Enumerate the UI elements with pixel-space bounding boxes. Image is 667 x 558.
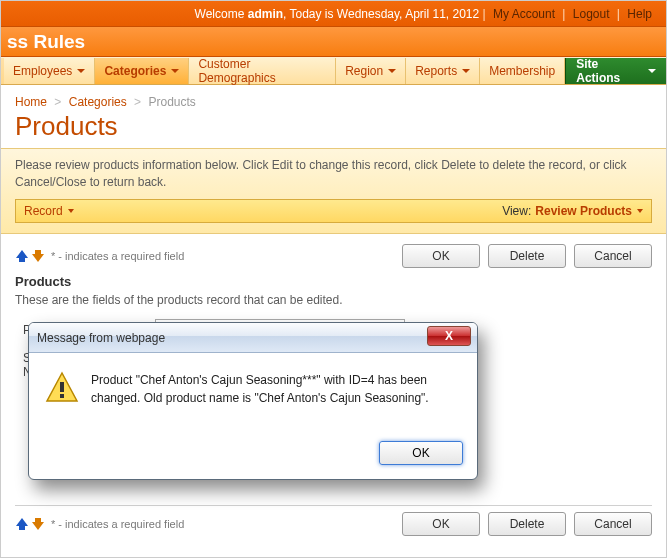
logout-link[interactable]: Logout	[569, 7, 614, 21]
dialog-title: Message from webpage	[37, 331, 165, 345]
menu-label: Region	[345, 64, 383, 78]
svg-rect-3	[60, 382, 64, 392]
chevron-down-icon	[462, 69, 470, 73]
cancel-button[interactable]: Cancel	[574, 244, 652, 268]
separator: |	[562, 7, 568, 21]
record-bar: Record View: Review Products	[15, 199, 652, 223]
cancel-button[interactable]: Cancel	[574, 512, 652, 536]
chevron-down-icon	[171, 69, 179, 73]
chevron-down-icon	[77, 69, 85, 73]
section-description: These are the fields of the products rec…	[15, 293, 652, 307]
welcome-text: Welcome admin, Today is Wednesday, April…	[195, 7, 483, 21]
menu-membership[interactable]: Membership	[480, 58, 565, 84]
app-title: ss Rules	[1, 27, 666, 57]
required-note: * - indicates a required field	[51, 250, 184, 262]
breadcrumb-categories[interactable]: Categories	[69, 95, 127, 109]
prev-record-button[interactable]	[15, 249, 29, 263]
chevron-down-icon	[388, 69, 396, 73]
record-dropdown[interactable]: Record	[24, 204, 74, 218]
my-account-link[interactable]: My Account	[489, 7, 559, 21]
menu-reports[interactable]: Reports	[406, 58, 480, 84]
instructions-text: Please review products information below…	[15, 157, 652, 191]
chevron-down-icon	[68, 209, 74, 213]
chevron-down-icon	[648, 69, 656, 73]
main-menu: Employees Categories Customer Demographi…	[1, 57, 666, 85]
next-record-button[interactable]	[31, 517, 45, 531]
help-link[interactable]: Help	[623, 7, 656, 21]
welcome-prefix: Welcome	[195, 7, 248, 21]
top-bar: Welcome admin, Today is Wednesday, April…	[1, 1, 666, 27]
record-label: Record	[24, 204, 63, 218]
view-dropdown[interactable]: Review Products	[535, 204, 643, 218]
required-note: * - indicates a required field	[51, 518, 184, 530]
section-title: Products	[15, 274, 652, 289]
separator-line	[15, 505, 652, 506]
menu-label: Categories	[104, 64, 166, 78]
menu-categories[interactable]: Categories	[95, 58, 189, 84]
chevron-down-icon	[637, 209, 643, 213]
welcome-date: Wednesday, April 11, 2012	[337, 7, 479, 21]
next-record-button[interactable]	[31, 249, 45, 263]
breadcrumb-separator: >	[50, 95, 65, 109]
view-label: View:	[502, 204, 531, 218]
view-value: Review Products	[535, 204, 632, 218]
prev-record-button[interactable]	[15, 517, 29, 531]
warning-icon	[45, 371, 79, 405]
page-title: Products	[15, 111, 652, 142]
svg-rect-4	[60, 394, 64, 398]
dialog-message: Product "Chef Anton's Cajun Seasoning***…	[91, 371, 461, 407]
menu-label: Employees	[13, 64, 72, 78]
menu-label: Reports	[415, 64, 457, 78]
ok-button[interactable]: OK	[402, 244, 480, 268]
welcome-user: admin	[248, 7, 283, 21]
site-actions-button[interactable]: Site Actions	[565, 58, 666, 84]
menu-label: Customer Demographics	[198, 57, 326, 85]
menu-employees[interactable]: Employees	[4, 58, 95, 84]
alert-dialog: Message from webpage X Product "Chef Ant…	[28, 322, 478, 480]
dialog-ok-button[interactable]: OK	[379, 441, 463, 465]
delete-button[interactable]: Delete	[488, 244, 566, 268]
delete-button[interactable]: Delete	[488, 512, 566, 536]
breadcrumb-separator: >	[130, 95, 145, 109]
site-actions-label: Site Actions	[576, 57, 642, 85]
menu-label: Membership	[489, 64, 555, 78]
dialog-titlebar[interactable]: Message from webpage X	[29, 323, 477, 353]
menu-customer-demographics[interactable]: Customer Demographics	[189, 58, 336, 84]
menu-region[interactable]: Region	[336, 58, 406, 84]
ok-button[interactable]: OK	[402, 512, 480, 536]
dialog-close-button[interactable]: X	[427, 326, 471, 346]
breadcrumb-home[interactable]: Home	[15, 95, 47, 109]
breadcrumb-products: Products	[148, 95, 195, 109]
date-prefix: , Today is	[283, 7, 337, 21]
breadcrumb: Home > Categories > Products	[15, 95, 652, 109]
